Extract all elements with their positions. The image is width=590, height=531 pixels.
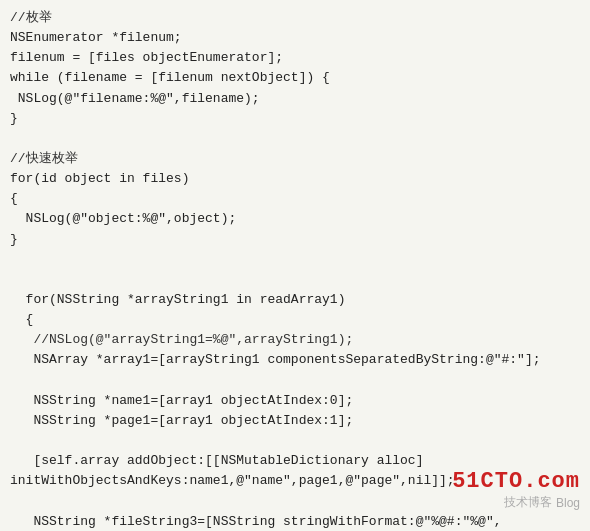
code-line: //快速枚举 [10, 149, 580, 169]
code-line: //枚举 [10, 8, 580, 28]
code-line: for(NSString *arrayString1 in readArray1… [10, 290, 580, 310]
code-line: filenum = [files objectEnumerator]; [10, 48, 580, 68]
code-line: NSString *fileString3=[NSString stringWi… [10, 512, 580, 531]
code-line [10, 270, 580, 290]
code-line: NSLog(@"filename:%@",filename); [10, 89, 580, 109]
watermark-line1: 技术博客 [504, 494, 552, 511]
code-line [10, 250, 580, 270]
watermark-sub: 技术博客 Blog [504, 494, 580, 511]
watermark-logo: 51CTO.com [452, 469, 580, 494]
code-block: //枚举NSEnumerator *filenum;filenum = [fil… [10, 8, 580, 531]
watermark-line2: Blog [556, 496, 580, 510]
code-line: } [10, 109, 580, 129]
code-line: //NSLog(@"arrayString1=%@",arrayString1)… [10, 330, 580, 350]
code-line: while (filename = [filenum nextObject]) … [10, 68, 580, 88]
code-line: NSArray *array1=[arrayString1 components… [10, 350, 580, 370]
code-line: { [10, 310, 580, 330]
code-line: NSEnumerator *filenum; [10, 28, 580, 48]
code-container: //枚举NSEnumerator *filenum;filenum = [fil… [0, 0, 590, 531]
code-line: { [10, 189, 580, 209]
code-line [10, 129, 580, 149]
code-line: NSLog(@"object:%@",object); [10, 209, 580, 229]
code-line: } [10, 230, 580, 250]
code-line: NSString *name1=[array1 objectAtIndex:0]… [10, 391, 580, 411]
code-line [10, 371, 580, 391]
code-line: NSString *page1=[array1 objectAtIndex:1]… [10, 411, 580, 431]
code-line: for(id object in files) [10, 169, 580, 189]
watermark: 51CTO.com 技术博客 Blog [452, 469, 580, 511]
code-line [10, 431, 580, 451]
